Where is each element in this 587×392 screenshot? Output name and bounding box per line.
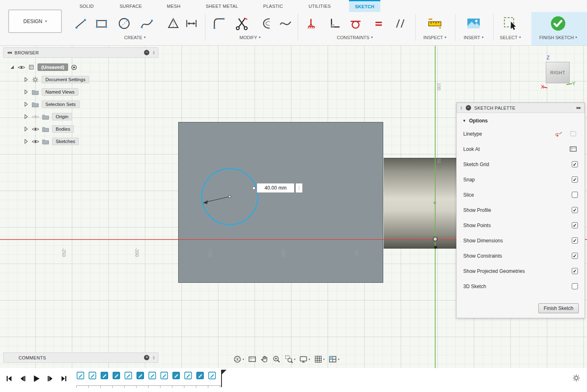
select-tool-button[interactable] xyxy=(500,14,520,33)
finish-sketch-group-dropdown[interactable]: FINISH SKETCH▾ xyxy=(539,35,577,40)
browser-item-document-settings[interactable]: Document Settings xyxy=(3,73,158,86)
visibility-hidden-eye-icon[interactable] xyxy=(32,114,39,120)
show-profile-checkbox[interactable] xyxy=(572,207,578,213)
view-cube[interactable]: Z RIGHT Y X xyxy=(540,55,582,94)
timeline-track[interactable] xyxy=(76,385,222,388)
tangent-constraint-button[interactable] xyxy=(347,14,364,33)
linetype-construction-icon[interactable] xyxy=(569,130,578,138)
fix-constraint-button[interactable] xyxy=(304,14,321,33)
orbit-button[interactable]: ▾ xyxy=(233,355,244,364)
spline-tool-button[interactable] xyxy=(137,14,157,33)
collapsed-triangle-icon[interactable] xyxy=(23,89,29,95)
play-button[interactable] xyxy=(32,374,41,383)
inspect-group-dropdown[interactable]: INSPECT▾ xyxy=(423,35,446,40)
collapsed-triangle-icon[interactable] xyxy=(23,138,29,144)
timeline-settings-button[interactable] xyxy=(572,374,580,384)
tab-mesh[interactable]: MESH xyxy=(163,0,185,12)
browser-item-origin[interactable]: Origin xyxy=(3,110,158,123)
browser-item-selection-sets[interactable]: Selection Sets xyxy=(3,98,158,110)
snap-checkbox[interactable] xyxy=(572,176,578,183)
trim-tool-button[interactable] xyxy=(232,14,252,33)
collapse-panel-icon[interactable]: ◀◀ xyxy=(7,51,11,54)
look-at-button[interactable] xyxy=(248,355,257,364)
parallel-constraint-button[interactable] xyxy=(392,14,409,33)
minimize-panel-icon[interactable]: − xyxy=(144,50,149,55)
active-document-radio-icon[interactable] xyxy=(71,64,77,70)
dimension-input[interactable] xyxy=(257,183,295,193)
finish-sketch-toolbar-button[interactable] xyxy=(548,14,568,33)
zoom-window-button[interactable]: ▾ xyxy=(285,355,296,364)
insert-image-button[interactable] xyxy=(464,14,483,33)
finish-sketch-button[interactable]: Finish Sketch xyxy=(538,303,579,313)
3d-sketch-checkbox[interactable] xyxy=(572,283,578,289)
tree-item-label[interactable]: Sketches xyxy=(52,138,79,145)
panel-grip-icon[interactable]: ‖ xyxy=(460,106,462,110)
fillet-tool-button[interactable] xyxy=(209,14,229,33)
tab-plastic[interactable]: PLASTIC xyxy=(260,0,286,12)
linetype-spline-icon[interactable] xyxy=(554,130,563,138)
design-workspace-button[interactable]: DESIGN ▾ xyxy=(8,9,62,33)
show-projected-geometries-checkbox[interactable] xyxy=(572,268,578,274)
collapsed-triangle-icon[interactable] xyxy=(23,114,29,120)
sketch-point[interactable] xyxy=(434,202,436,204)
panel-grip-icon[interactable]: ‖ xyxy=(153,50,155,55)
constraints-group-dropdown[interactable]: CONSTRAINTS▾ xyxy=(337,35,373,40)
browser-item-sketches[interactable]: Sketches xyxy=(3,135,158,148)
timeline-sketch-feature[interactable] xyxy=(196,371,205,380)
viewports-button[interactable]: ▾ xyxy=(328,355,339,364)
skip-to-end-button[interactable] xyxy=(60,375,67,382)
show-points-checkbox[interactable] xyxy=(572,222,578,228)
sketch-grid-checkbox[interactable] xyxy=(572,161,578,167)
edge-point[interactable] xyxy=(434,246,437,249)
circle-center-point[interactable] xyxy=(229,195,231,198)
offset-tool-button[interactable] xyxy=(255,14,274,33)
document-name-label[interactable]: (Unsaved) xyxy=(38,63,68,71)
display-settings-button[interactable]: ▾ xyxy=(299,355,310,364)
circle-tool-button[interactable] xyxy=(114,14,134,33)
show-dimensions-checkbox[interactable] xyxy=(572,237,578,244)
equal-constraint-button[interactable] xyxy=(370,14,387,33)
timeline-sketch-feature[interactable] xyxy=(112,371,121,380)
perpendicular-constraint-button[interactable] xyxy=(326,14,344,33)
select-group-dropdown[interactable]: SELECT▾ xyxy=(500,35,521,40)
rectangle-tool-button[interactable] xyxy=(92,14,111,33)
browser-item-named-views[interactable]: Named Views xyxy=(3,86,158,98)
timeline-sketch-feature[interactable] xyxy=(76,371,85,380)
edit-spline-tool-button[interactable] xyxy=(276,14,295,33)
timeline-sketch-feature[interactable] xyxy=(100,371,109,380)
step-back-button[interactable] xyxy=(19,375,26,382)
look-at-icon[interactable] xyxy=(569,145,578,153)
step-forward-button[interactable] xyxy=(47,375,54,382)
collapsed-triangle-icon[interactable] xyxy=(23,101,29,107)
tree-item-label[interactable]: Document Settings xyxy=(42,76,89,83)
visibility-eye-icon[interactable] xyxy=(32,139,39,144)
expand-panel-icon[interactable]: ▶▶ xyxy=(577,106,581,110)
line-tool-button[interactable] xyxy=(71,14,91,33)
dimension-overflow-handle[interactable]: ⋮ xyxy=(295,183,303,193)
origin-point[interactable] xyxy=(433,237,437,241)
options-section-header[interactable]: ▼ Options xyxy=(457,113,585,126)
timeline-sketch-feature[interactable] xyxy=(160,371,169,380)
tree-item-label[interactable]: Named Views xyxy=(42,88,78,96)
browser-root-row[interactable]: (Unsaved) xyxy=(3,61,158,73)
polygon-tool-button[interactable] xyxy=(163,14,183,33)
collapsed-triangle-icon[interactable] xyxy=(23,77,29,82)
tab-surface[interactable]: SURFACE xyxy=(116,0,146,12)
palette-dialog-icon[interactable]: − xyxy=(466,105,471,110)
insert-group-dropdown[interactable]: INSERT▾ xyxy=(464,35,483,40)
timeline-sketch-feature[interactable] xyxy=(88,371,97,380)
visibility-eye-icon[interactable] xyxy=(18,65,25,70)
browser-item-bodies[interactable]: Bodies xyxy=(3,123,158,135)
timeline-sketch-feature[interactable] xyxy=(207,371,217,380)
tree-item-label[interactable]: Origin xyxy=(52,113,72,120)
sketch-dimension-tool-button[interactable] xyxy=(182,14,201,33)
timeline-sketch-feature[interactable] xyxy=(136,371,145,380)
grid-snap-button[interactable]: ▾ xyxy=(314,355,325,364)
add-comment-icon[interactable]: + xyxy=(144,355,149,360)
show-constraints-checkbox[interactable] xyxy=(572,253,578,259)
zoom-button[interactable] xyxy=(272,355,281,364)
timeline-sketch-feature[interactable] xyxy=(148,371,157,380)
skip-to-start-button[interactable] xyxy=(6,375,13,382)
collapsed-triangle-icon[interactable] xyxy=(23,126,29,132)
timeline-sketch-feature[interactable] xyxy=(172,371,181,380)
